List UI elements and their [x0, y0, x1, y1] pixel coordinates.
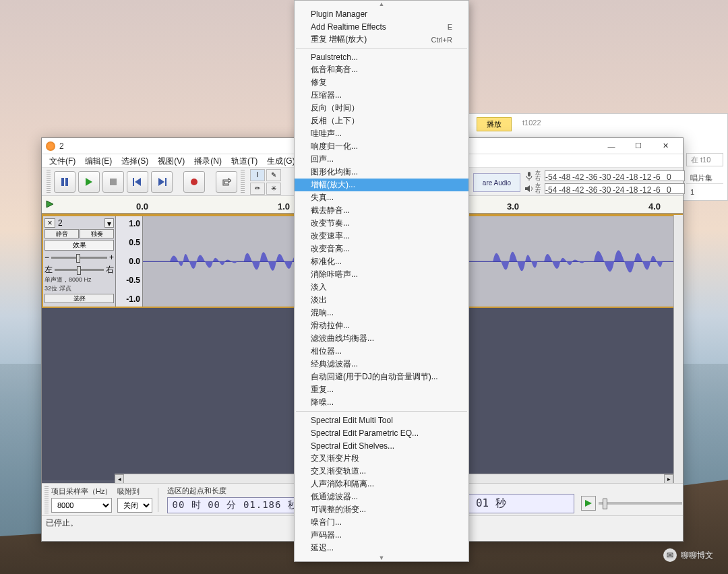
menu-item[interactable]: 图形化均衡... [295, 166, 468, 179]
menu-item[interactable]: 改变节奏... [295, 217, 468, 230]
menu-item[interactable]: 滑动拉伸... [295, 319, 468, 332]
menu-item[interactable]: 增幅(放大)... [295, 179, 468, 191]
menu-item[interactable]: 消除咔嗒声... [295, 268, 468, 281]
draw-tool-icon[interactable]: ✏ [250, 183, 265, 195]
menu-item[interactable]: 反向（时间） [295, 102, 468, 115]
ruler-playhead-icon[interactable] [46, 200, 54, 208]
menu-item[interactable]: Spectral Edit Parametric EQ... [295, 426, 468, 439]
skip-start-button[interactable] [127, 171, 148, 193]
play-button[interactable] [78, 171, 100, 193]
menu-item[interactable]: 哇哇声... [295, 127, 468, 140]
loop-button[interactable] [216, 171, 237, 193]
menu-播录(N)[interactable]: 播录(N) [189, 154, 226, 167]
solo-button[interactable]: 独奏 [80, 229, 114, 238]
menu-item[interactable]: 人声消除和隔离... [295, 478, 468, 490]
menu-item[interactable]: 重复... [295, 383, 468, 396]
menu-视图(V)[interactable]: 视图(V) [153, 154, 189, 167]
multi-tool-icon[interactable]: ✳ [266, 183, 281, 195]
menu-item[interactable]: 延迟... [295, 542, 468, 554]
close-button[interactable]: ✕ [652, 139, 679, 154]
track-header[interactable]: × 2 ▾ 静音 独奏 效果 −+ 左右 单声道，8000 Hz 32位 浮点 … [43, 216, 116, 307]
menu-item[interactable]: 响度归一化... [295, 140, 468, 153]
play-at-speed-button[interactable] [581, 496, 596, 511]
effects-menu[interactable]: ▲ Plugin ManagerAdd Realtime EffectsE重复 … [294, 0, 469, 562]
scroll-left-button[interactable]: ◂ [115, 474, 124, 484]
menu-item[interactable]: 交叉渐变片段 [295, 452, 468, 465]
svg-marker-2 [86, 178, 92, 186]
menu-item[interactable]: 改变音高... [295, 243, 468, 255]
menu-item[interactable]: 声码器... [295, 529, 468, 542]
menu-item[interactable]: 相位器... [295, 345, 468, 358]
menu-item[interactable]: 淡入 [295, 281, 468, 294]
playback-meter[interactable]: -54-48-42-36-30-24-18-12-60 [545, 183, 685, 194]
amplitude-scale[interactable]: 1.00.50.0-0.5-1.0 [116, 216, 143, 307]
external-search[interactable]: 在 t10 [686, 153, 723, 166]
track-menu-button[interactable]: ▾ [104, 218, 114, 228]
external-tab-active[interactable]: 播放 [477, 117, 512, 131]
mute-button[interactable]: 静音 [44, 229, 79, 238]
pause-button[interactable] [54, 171, 75, 193]
menu-item[interactable]: 噪音门... [295, 516, 468, 529]
menu-item[interactable]: 交叉渐变轨道... [295, 465, 468, 478]
speaker-icon[interactable] [524, 184, 534, 193]
track-select-button[interactable]: 选择 [44, 294, 114, 303]
menu-item[interactable]: 滤波曲线均衡器... [295, 332, 468, 345]
menu-item[interactable]: 重复 增幅(放大)Ctrl+R [295, 33, 468, 46]
envelope-tool-icon[interactable]: ✎ [266, 169, 281, 181]
selection-tool-icon[interactable]: I [250, 169, 265, 181]
menu-item[interactable]: 截去静音... [295, 204, 468, 217]
project-rate-select[interactable]: 8000 [51, 498, 112, 513]
external-tab-inactive[interactable]: t1022 [513, 117, 551, 128]
menu-item[interactable]: 标准化... [295, 255, 468, 268]
maximize-button[interactable]: ☐ [625, 139, 652, 154]
menu-item[interactable]: 经典滤波器... [295, 358, 468, 371]
menu-item[interactable]: 混响... [295, 307, 468, 319]
menu-item[interactable]: Plugin Manager [295, 7, 468, 20]
menu-item[interactable]: Add Realtime EffectsE [295, 20, 468, 33]
selection-start-time[interactable]: 00 时 00 分 01.186 秒 [167, 497, 302, 513]
menu-选择(S)[interactable]: 选择(S) [117, 154, 153, 167]
effects-button[interactable]: 效果 [44, 240, 114, 251]
menu-item[interactable]: 可调整的渐变... [295, 503, 468, 516]
toolbar-grip[interactable] [47, 170, 51, 194]
skip-end-button[interactable] [151, 171, 173, 193]
scroll-right-button[interactable]: ▸ [664, 474, 673, 484]
menu-item[interactable]: 回声... [295, 153, 468, 166]
menu-编辑(E)[interactable]: 编辑(E) [80, 154, 117, 167]
menu-item[interactable]: 低音和高音... [295, 63, 468, 76]
snap-select[interactable]: 关闭 [117, 498, 152, 513]
record-button[interactable] [183, 171, 205, 193]
menu-item[interactable]: 自动回避(用于DJ的自动音量调节)... [295, 371, 468, 383]
menu-item[interactable]: 降噪... [295, 396, 468, 409]
stop-button[interactable] [102, 171, 124, 193]
minimize-button[interactable]: — [598, 139, 625, 154]
menu-scroll-down-icon[interactable]: ▼ [295, 554, 468, 561]
external-column-header[interactable]: 唱片集 [686, 172, 723, 184]
svg-point-8 [191, 179, 198, 185]
menu-item[interactable]: Spectral Edit Multi Tool [295, 414, 468, 426]
vertical-scrollbar[interactable] [673, 215, 683, 484]
mic-icon[interactable] [524, 171, 534, 181]
menu-轨道(T)[interactable]: 轨道(T) [226, 154, 262, 167]
track-close-button[interactable]: × [44, 218, 55, 228]
toolbar-grip-2[interactable] [241, 170, 245, 194]
menu-scroll-up-icon[interactable]: ▲ [295, 1, 468, 7]
menu-item[interactable]: 低通滤波器... [295, 490, 468, 503]
selbar-grip[interactable] [44, 486, 49, 513]
menu-item[interactable]: Paulstretch... [295, 51, 468, 63]
share-audio-button[interactable]: are Audio [473, 173, 520, 192]
playback-speed-slider[interactable] [599, 502, 682, 505]
menu-item[interactable]: 改变速率... [295, 230, 468, 243]
gain-slider[interactable]: −+ [44, 252, 114, 263]
menu-item[interactable]: Spectral Edit Shelves... [295, 439, 468, 452]
menu-文件(F)[interactable]: 文件(F) [44, 154, 80, 167]
pan-slider[interactable]: 左右 [44, 264, 114, 275]
track-info-2: 32位 浮点 [44, 285, 114, 292]
menu-item[interactable]: 修复 [295, 76, 468, 89]
menu-item[interactable]: 反相（上下） [295, 115, 468, 127]
menu-item[interactable]: 压缩器... [295, 89, 468, 102]
menu-item[interactable]: 淡出 [295, 294, 468, 307]
record-meter[interactable]: -54-48-42-36-30-24-18-12-60 [545, 170, 685, 181]
track-name[interactable]: 2 [57, 218, 104, 228]
menu-item[interactable]: 失真... [295, 191, 468, 204]
